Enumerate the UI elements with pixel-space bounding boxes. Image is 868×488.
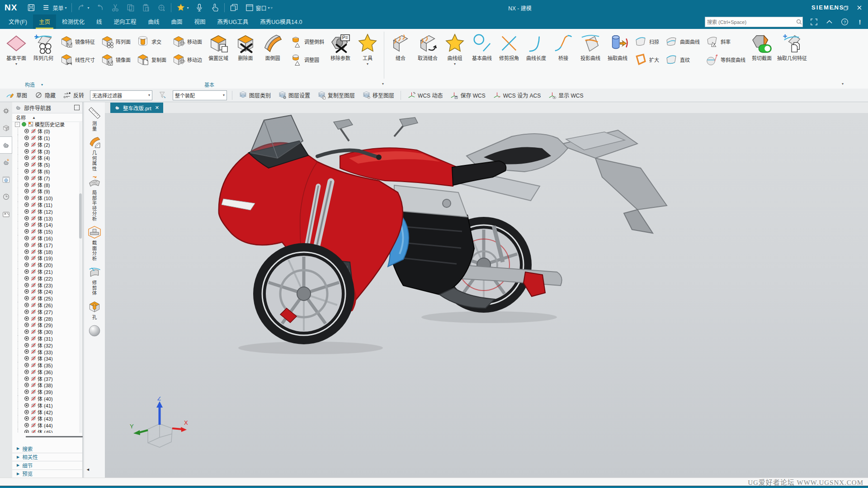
navigator-section-2[interactable]: ▶细节 bbox=[12, 461, 82, 470]
ribbon-button-copy-face[interactable]: 复制面 bbox=[133, 51, 169, 69]
help-icon[interactable]: ? bbox=[840, 18, 849, 27]
tree-row[interactable]: 体 (11) bbox=[12, 202, 79, 208]
ribbon-button-sweep[interactable]: 扫掠 bbox=[631, 33, 662, 51]
navigator-section-0[interactable]: ▶搜索 bbox=[12, 445, 82, 453]
tree-row[interactable]: 体 (16) bbox=[12, 235, 79, 242]
tree-row[interactable]: 体 (36) bbox=[12, 368, 79, 375]
visibility-eye-icon[interactable] bbox=[24, 309, 29, 314]
ribbon-button-extract-geometry[interactable]: 抽取几何特征 bbox=[775, 31, 809, 80]
ribbon-button-mirror-face[interactable]: 镜像面 bbox=[98, 51, 133, 69]
tree-row[interactable]: 体 (13) bbox=[12, 215, 79, 221]
collapse-panel-arrow[interactable]: ◄ bbox=[86, 467, 90, 472]
tree-row[interactable]: 体 (2) bbox=[12, 141, 79, 148]
tree-row[interactable]: 体 (25) bbox=[12, 295, 79, 302]
toolbar-reverse-button[interactable]: 反转 bbox=[60, 89, 87, 101]
front-wheel[interactable] bbox=[253, 243, 354, 344]
qa-copy-button[interactable] bbox=[123, 0, 138, 15]
visibility-eye-icon[interactable] bbox=[24, 209, 29, 214]
visibility-eye-icon[interactable] bbox=[24, 222, 29, 227]
selection-filter-dropdown[interactable]: 无选择过滤器▾ bbox=[90, 90, 152, 100]
group-dialog-arrow-icon[interactable]: ▾ bbox=[842, 82, 844, 86]
ribbon-tab-2[interactable]: 检测优化 bbox=[56, 14, 90, 29]
ribbon-tab-9[interactable]: 燕秀UG模具14.0 bbox=[254, 14, 308, 29]
visibility-eye-icon[interactable] bbox=[24, 202, 29, 207]
ribbon-button-extract-curve[interactable]: 抽取曲线 bbox=[604, 31, 631, 80]
navigator-vertical-scrollbar[interactable] bbox=[79, 121, 82, 433]
tree-row[interactable]: 体 (34) bbox=[12, 355, 79, 362]
ribbon-tab-file[interactable]: 文件(F) bbox=[3, 14, 33, 29]
ribbon-button-intersect[interactable]: 求交 bbox=[133, 33, 169, 51]
tree-row[interactable]: 体 (17) bbox=[12, 241, 79, 248]
visibility-eye-icon[interactable] bbox=[24, 175, 29, 181]
tree-row[interactable]: 体 (1) bbox=[12, 135, 79, 141]
resource-bar-part-navigator[interactable] bbox=[0, 136, 12, 154]
toolbar-layers-button[interactable]: 图层类别 bbox=[236, 89, 274, 101]
ribbon-button-pattern-geometry[interactable]: 阵列几何 bbox=[30, 31, 57, 80]
ribbon-button-basic-curve[interactable]: 基本曲线 bbox=[468, 31, 495, 80]
qa-touch-button[interactable] bbox=[207, 0, 222, 15]
ribbon-button-adjust-chamfer[interactable]: 调整倒斜 bbox=[286, 33, 327, 51]
reset-filter-button[interactable] bbox=[155, 89, 170, 101]
tree-row[interactable]: 体 (39) bbox=[12, 389, 79, 395]
tree-row[interactable]: 体 (20) bbox=[12, 262, 79, 268]
tree-root-row[interactable]: −模型历史记录 bbox=[12, 121, 79, 128]
visibility-eye-icon[interactable] bbox=[24, 382, 29, 388]
group-dialog-arrow-icon[interactable]: ▾ bbox=[382, 82, 384, 86]
qa-cascade-button[interactable] bbox=[226, 0, 242, 15]
visibility-eye-icon[interactable] bbox=[24, 403, 29, 408]
toolbar-hide-button[interactable]: 隐藏 bbox=[31, 89, 59, 101]
toolbar-sketch-button[interactable]: 草图 bbox=[3, 89, 30, 101]
ribbon-button-curve-length[interactable]: 曲线长度 bbox=[523, 31, 550, 80]
part-file-tab[interactable]: 整车改版.prt ✕ bbox=[110, 103, 163, 113]
side-tool-sphere[interactable] bbox=[84, 324, 105, 338]
tree-row[interactable]: 体 (28) bbox=[12, 315, 79, 322]
side-tool-ruler[interactable]: 测量 bbox=[84, 106, 105, 131]
tree-row[interactable]: 体 (23) bbox=[12, 282, 79, 288]
visibility-eye-icon[interactable] bbox=[24, 282, 29, 288]
tree-row[interactable]: 体 (18) bbox=[12, 248, 79, 255]
ribbon-button-remove-parameters[interactable]: P=移除参数 bbox=[327, 31, 354, 80]
tree-row[interactable]: 体 (19) bbox=[12, 255, 79, 262]
qa-cut-button[interactable] bbox=[108, 0, 123, 15]
tree-row[interactable]: 体 (3) bbox=[12, 148, 79, 155]
visibility-eye-icon[interactable] bbox=[24, 229, 29, 234]
tree-row[interactable]: 体 (6) bbox=[12, 168, 79, 175]
ribbon-button-offset-region[interactable]: 偏置区域 bbox=[205, 31, 232, 80]
toolbar-layers-gear-button[interactable]: 图层设置 bbox=[275, 89, 313, 101]
ribbon-button-pattern-face[interactable]: 阵列面 bbox=[98, 33, 133, 51]
qa-favorites-button[interactable]: ▾ bbox=[173, 0, 192, 15]
ribbon-tab-4[interactable]: 逆向工程 bbox=[108, 14, 142, 29]
command-finder-icon[interactable]: ! bbox=[855, 18, 864, 27]
tree-row[interactable]: 体 (9) bbox=[12, 188, 79, 195]
visibility-eye-icon[interactable] bbox=[24, 336, 29, 341]
tree-row[interactable]: 体 (12) bbox=[12, 208, 79, 215]
ribbon-tab-7[interactable]: 视图 bbox=[189, 14, 212, 29]
tree-row[interactable]: 体 (26) bbox=[12, 302, 79, 309]
ribbon-button-sew[interactable]: 缝合 bbox=[387, 31, 414, 80]
tree-row[interactable]: 体 (42) bbox=[12, 408, 79, 415]
ribbon-button-bridge-curve[interactable]: 桥接 bbox=[550, 31, 577, 80]
minimize-ribbon-icon[interactable] bbox=[825, 18, 834, 27]
tree-row[interactable]: 体 (43) bbox=[12, 415, 79, 422]
ribbon-button-ruled[interactable]: 直纹 bbox=[662, 51, 703, 69]
visibility-eye-icon[interactable] bbox=[24, 142, 29, 147]
resource-bar-clock[interactable] bbox=[0, 188, 12, 205]
ribbon-button-star[interactable]: 曲线组▾ bbox=[441, 31, 468, 80]
visibility-eye-icon[interactable] bbox=[24, 429, 29, 433]
minimize-button[interactable] bbox=[826, 0, 839, 15]
tree-row[interactable]: 体 (29) bbox=[12, 322, 79, 328]
toolbar-wcs-show-button[interactable]: 显示 WCS bbox=[545, 89, 586, 101]
undock-icon[interactable] bbox=[74, 105, 80, 110]
visibility-eye-icon[interactable] bbox=[24, 362, 29, 368]
visibility-eye-icon[interactable] bbox=[24, 149, 29, 154]
visibility-eye-icon[interactable] bbox=[24, 195, 29, 201]
qa-redo-button[interactable] bbox=[92, 0, 108, 15]
toolbar-layers-move-button[interactable]: 移至图层 bbox=[359, 89, 397, 101]
tree-row[interactable]: 体 (40) bbox=[12, 395, 79, 402]
close-button[interactable] bbox=[853, 0, 866, 15]
visibility-eye-icon[interactable] bbox=[24, 316, 29, 321]
ribbon-button-slope[interactable]: 斜率 bbox=[703, 33, 748, 51]
side-tool-geomprop[interactable]: 几何属性 bbox=[84, 136, 105, 171]
visibility-eye-icon[interactable] bbox=[24, 409, 29, 415]
ribbon-button-trim-corner[interactable]: 修剪拐角 bbox=[495, 31, 523, 80]
